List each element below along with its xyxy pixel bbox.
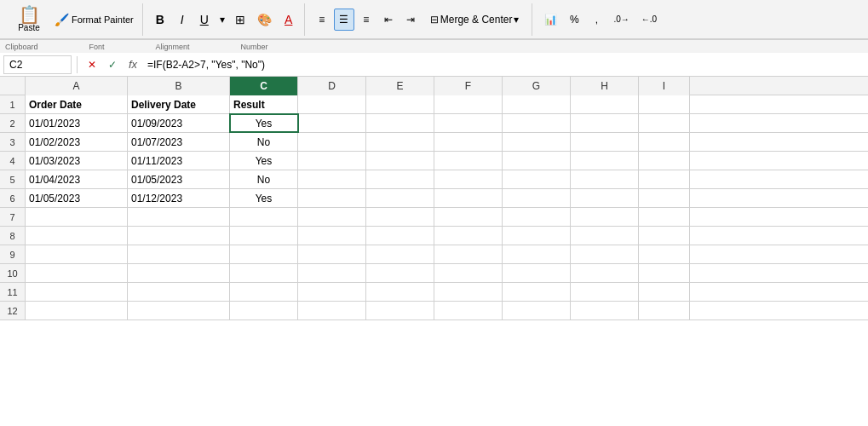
table-cell[interactable] — [434, 264, 503, 282]
table-cell[interactable] — [366, 152, 434, 170]
table-cell[interactable] — [434, 302, 503, 320]
align-left-button[interactable]: ≡ — [312, 9, 332, 31]
table-cell[interactable] — [503, 152, 571, 170]
table-cell[interactable] — [639, 283, 690, 301]
percent-button[interactable]: % — [564, 9, 584, 31]
table-cell[interactable] — [366, 302, 434, 320]
col-header-f[interactable]: F — [434, 77, 503, 95]
table-cell[interactable] — [366, 189, 434, 207]
table-cell[interactable]: 01/01/2023 — [26, 114, 128, 132]
table-cell[interactable] — [503, 189, 571, 207]
table-cell[interactable]: Order Date — [26, 95, 128, 113]
table-cell[interactable] — [639, 152, 690, 170]
table-cell[interactable] — [298, 152, 366, 170]
number-format-button[interactable]: 📊 — [539, 9, 562, 31]
decrease-decimal-button[interactable]: ←.0 — [636, 9, 662, 31]
table-cell[interactable] — [503, 133, 571, 151]
table-cell[interactable] — [503, 208, 571, 226]
table-cell[interactable] — [298, 208, 366, 226]
table-cell[interactable] — [434, 152, 503, 170]
align-center-button[interactable]: ☰ — [334, 9, 354, 31]
table-cell[interactable] — [366, 208, 434, 226]
table-cell[interactable] — [434, 283, 503, 301]
table-cell[interactable] — [503, 170, 571, 188]
table-cell[interactable]: 01/05/2023 — [26, 189, 128, 207]
table-cell[interactable] — [298, 227, 366, 245]
col-header-c[interactable]: C — [230, 77, 298, 95]
table-cell[interactable]: 01/03/2023 — [26, 152, 128, 170]
table-cell[interactable]: Yes — [230, 189, 298, 207]
col-header-h[interactable]: H — [571, 77, 639, 95]
table-cell[interactable]: No — [230, 170, 298, 188]
table-cell[interactable]: 01/02/2023 — [26, 133, 128, 151]
table-cell[interactable] — [434, 133, 503, 151]
table-cell[interactable]: 01/11/2023 — [128, 152, 230, 170]
table-cell[interactable] — [230, 264, 298, 282]
decrease-indent-button[interactable]: ⇤ — [378, 9, 399, 31]
table-cell[interactable]: Delivery Date — [128, 95, 230, 113]
table-cell[interactable] — [298, 264, 366, 282]
table-cell[interactable] — [298, 114, 366, 132]
table-cell[interactable] — [503, 264, 571, 282]
table-cell[interactable] — [298, 245, 366, 263]
table-cell[interactable]: Yes — [230, 152, 298, 170]
table-cell[interactable] — [366, 283, 434, 301]
col-header-e[interactable]: E — [366, 77, 434, 95]
table-cell[interactable] — [366, 227, 434, 245]
table-cell[interactable] — [128, 227, 230, 245]
underline-dropdown[interactable]: ▾ — [216, 9, 228, 31]
table-cell[interactable]: Yes — [230, 114, 298, 132]
cell-reference-box[interactable]: C2 — [3, 55, 72, 74]
table-cell[interactable] — [639, 95, 690, 113]
table-cell[interactable] — [639, 133, 690, 151]
italic-button[interactable]: I — [172, 9, 193, 31]
table-cell[interactable] — [128, 302, 230, 320]
table-cell[interactable] — [503, 227, 571, 245]
table-cell[interactable]: 01/05/2023 — [128, 170, 230, 188]
table-cell[interactable] — [366, 95, 434, 113]
table-cell[interactable] — [366, 264, 434, 282]
col-header-d[interactable]: D — [298, 77, 366, 95]
table-cell[interactable] — [298, 283, 366, 301]
table-cell[interactable]: 01/12/2023 — [128, 189, 230, 207]
table-cell[interactable] — [571, 152, 639, 170]
table-cell[interactable]: Result — [230, 95, 298, 113]
table-cell[interactable] — [503, 302, 571, 320]
table-cell[interactable] — [434, 95, 503, 113]
table-cell[interactable] — [434, 208, 503, 226]
table-cell[interactable] — [571, 283, 639, 301]
underline-button[interactable]: U — [194, 9, 215, 31]
table-cell[interactable] — [128, 208, 230, 226]
col-header-a[interactable]: A — [26, 77, 128, 95]
align-right-button[interactable]: ≡ — [356, 9, 377, 31]
table-cell[interactable] — [26, 208, 128, 226]
table-cell[interactable] — [571, 227, 639, 245]
table-cell[interactable] — [366, 114, 434, 132]
table-cell[interactable] — [366, 245, 434, 263]
table-cell[interactable]: 01/09/2023 — [128, 114, 230, 132]
table-cell[interactable] — [230, 227, 298, 245]
table-cell[interactable] — [571, 245, 639, 263]
table-cell[interactable] — [503, 245, 571, 263]
font-color-button[interactable]: A — [279, 9, 299, 31]
table-cell[interactable] — [503, 114, 571, 132]
table-cell[interactable] — [571, 95, 639, 113]
table-cell[interactable]: 01/07/2023 — [128, 133, 230, 151]
table-cell[interactable] — [639, 170, 690, 188]
comma-button[interactable]: , — [586, 9, 606, 31]
table-cell[interactable] — [26, 302, 128, 320]
table-cell[interactable]: No — [230, 133, 298, 151]
merge-center-button[interactable]: ⊟ Merge & Center ▾ — [423, 9, 527, 31]
increase-indent-button[interactable]: ⇥ — [400, 9, 421, 31]
table-cell[interactable] — [503, 95, 571, 113]
table-cell[interactable] — [571, 208, 639, 226]
bold-button[interactable]: B — [150, 9, 170, 31]
table-cell[interactable] — [639, 302, 690, 320]
table-cell[interactable] — [571, 189, 639, 207]
table-cell[interactable] — [128, 245, 230, 263]
table-cell[interactable] — [366, 133, 434, 151]
paste-button[interactable]: 📋 Paste — [10, 9, 48, 31]
table-cell[interactable] — [571, 133, 639, 151]
confirm-formula-button[interactable]: ✓ — [103, 55, 122, 74]
table-cell[interactable] — [571, 302, 639, 320]
